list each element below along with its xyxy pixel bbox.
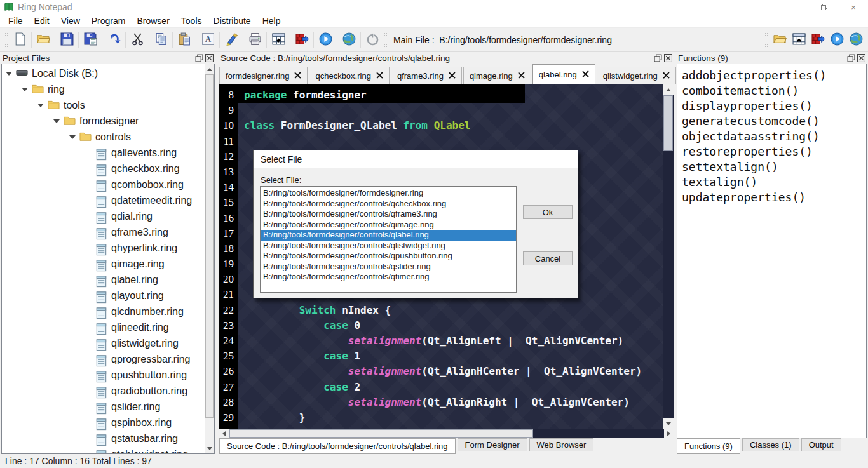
web-browser-button[interactable] [339, 30, 358, 50]
tree-item-qcheckbox-ring[interactable]: qcheckbox.ring [2, 161, 204, 177]
scroll-up-icon[interactable] [205, 64, 214, 74]
tab-close-icon[interactable] [577, 70, 589, 79]
tree-item-formdesigner[interactable]: formdesigner [2, 113, 204, 129]
editor-tab-qlistwidget-ring[interactable]: qlistwidget.ring [597, 67, 676, 84]
file-list-item[interactable]: B:/ring/tools/formdesigner/controls/qlab… [261, 230, 516, 241]
save-button[interactable] [57, 30, 76, 50]
tree-item-qdial-ring[interactable]: qdial.ring [2, 208, 204, 224]
web-browser-button[interactable] [846, 30, 865, 50]
float-panel-icon[interactable] [195, 54, 203, 62]
file-list[interactable]: B:/ring/tools/formdesigner/formdesigner.… [260, 186, 517, 293]
scroll-down-icon[interactable] [205, 443, 214, 453]
file-list-item[interactable]: B:/ring/tools/formdesigner/controls/qsli… [261, 262, 516, 272]
editor-tab-qlabel-ring[interactable]: qlabel.ring [532, 64, 595, 84]
new-file-button[interactable] [10, 30, 29, 50]
tab-close-icon[interactable] [289, 71, 301, 81]
function-list-item[interactable]: displayproperties() [682, 98, 866, 114]
tree-item-qpushbutton-ring[interactable]: qpushbutton.ring [2, 367, 204, 383]
file-list-item[interactable]: B:/ring/tools/formdesigner/controls/qpus… [261, 251, 516, 262]
tab-close-icon[interactable] [513, 71, 525, 81]
tree-item-qimage-ring[interactable]: qimage.ring [2, 256, 204, 272]
scroll-left-icon[interactable] [219, 429, 229, 438]
paste-button[interactable] [175, 30, 194, 50]
toolbar-grip[interactable] [764, 32, 768, 48]
menu-item-view[interactable]: View [55, 15, 86, 27]
tree-item-qhyperlink-ring[interactable]: qhyperlink.ring [2, 240, 204, 256]
function-list-item[interactable]: settextalign() [682, 159, 866, 175]
tree-item-qframe3-ring[interactable]: qframe3.ring [2, 224, 204, 240]
symbol-tab-3[interactable]: Output [801, 438, 841, 451]
file-list-item[interactable]: B:/ring/tools/formdesigner/controls/qche… [261, 199, 516, 210]
copy-button[interactable] [151, 30, 170, 50]
scrollbar-thumb[interactable] [663, 95, 673, 151]
run-button[interactable] [316, 30, 335, 50]
toolbar-grip[interactable] [384, 32, 388, 48]
tree-item-qslider-ring[interactable]: qslider.ring [2, 399, 204, 415]
file-list-item[interactable]: B:/ring/tools/formdesigner/controls/qima… [261, 220, 516, 231]
menu-item-tools[interactable]: Tools [175, 15, 208, 27]
menu-item-edit[interactable]: Edit [29, 15, 55, 27]
form-designer-button[interactable] [789, 30, 808, 50]
close-panel-icon[interactable] [664, 54, 672, 62]
function-list-item[interactable]: objectdataasstring() [682, 129, 866, 144]
undo-button[interactable] [104, 30, 123, 50]
tree-item-qprogressbar-ring[interactable]: qprogressbar.ring [2, 351, 204, 367]
tree-item-qtablewidget-ring[interactable]: qtablewidget.ring [2, 446, 204, 454]
minimize-button[interactable]: – [780, 0, 810, 14]
tree-item-qlayout-ring[interactable]: qlayout.ring [2, 288, 204, 304]
tree-item-local-disk-b-[interactable]: Local Disk (B:) [2, 65, 204, 81]
view-tab-1[interactable]: Source Code : B:/ring/tools/formdesigner… [219, 438, 456, 454]
cancel-button[interactable]: Cancel [523, 251, 573, 265]
scroll-right-icon[interactable] [664, 429, 674, 438]
restore-button[interactable] [810, 0, 839, 14]
file-list-item[interactable]: B:/ring/tools/formdesigner/formdesigner.… [261, 188, 516, 199]
tab-close-icon[interactable] [444, 71, 456, 81]
view-tab-3[interactable]: Web Browser [529, 438, 594, 451]
tree-item-qspinbox-ring[interactable]: qspinbox.ring [2, 415, 204, 431]
scroll-up-icon[interactable] [663, 84, 674, 95]
function-list-item[interactable]: comboitemaction() [682, 83, 866, 98]
dialog-title-bar[interactable]: Select File [254, 150, 578, 168]
tab-close-icon[interactable] [658, 71, 670, 81]
tree-item-controls[interactable]: controls [2, 129, 204, 145]
file-list-item[interactable]: B:/ring/tools/formdesigner/controls/qfra… [261, 209, 516, 220]
close-panel-icon[interactable] [857, 54, 865, 62]
print-button[interactable] [245, 30, 264, 50]
tree-item-qlabel-ring[interactable]: qlabel.ring [2, 272, 204, 288]
expand-arrow-icon[interactable] [69, 134, 76, 140]
build-button[interactable] [808, 30, 827, 50]
close-panel-icon[interactable] [205, 54, 214, 62]
open-file-button[interactable] [770, 30, 789, 50]
menu-item-distribute[interactable]: Distribute [208, 15, 257, 27]
tree-item-qradiobutton-ring[interactable]: qradiobutton.ring [2, 383, 204, 399]
menu-item-browser[interactable]: Browser [131, 15, 175, 27]
open-file-button[interactable] [34, 30, 53, 50]
font-button[interactable]: A [198, 30, 217, 50]
tree-item-qlistwidget-ring[interactable]: qlistwidget.ring [2, 335, 204, 351]
expand-arrow-icon[interactable] [37, 102, 44, 109]
editor-horizontal-scrollbar[interactable] [219, 429, 674, 438]
view-tab-2[interactable]: Form Designer [458, 438, 527, 451]
toolbar-grip[interactable] [4, 32, 8, 48]
expand-arrow-icon[interactable] [22, 86, 28, 93]
menu-item-help[interactable]: Help [257, 15, 287, 27]
editor-tab-qimage-ring[interactable]: qimage.ring [463, 67, 531, 84]
close-button[interactable]: × [839, 0, 868, 14]
menu-item-file[interactable]: File [3, 15, 29, 27]
scroll-down-icon[interactable] [663, 418, 674, 429]
form-designer-button[interactable] [269, 30, 288, 50]
expand-arrow-icon[interactable] [6, 70, 12, 77]
symbol-tab-1[interactable]: Functions (9) [677, 438, 740, 454]
save-as-button[interactable] [81, 30, 100, 50]
project-tree-scrollbar[interactable] [205, 64, 214, 453]
function-list-item[interactable]: generatecustomcode() [682, 114, 866, 129]
editor-tab-qframe3-ring[interactable]: qframe3.ring [391, 67, 462, 84]
run-button[interactable] [827, 30, 846, 50]
tree-item-qlcdnumber-ring[interactable]: qlcdnumber.ring [2, 304, 204, 319]
editor-tab-qcheckbox-ring[interactable]: qcheckbox.ring [309, 67, 389, 84]
symbol-tab-2[interactable]: Classes (1) [742, 438, 799, 451]
tab-close-icon[interactable] [371, 71, 383, 81]
file-list-item[interactable]: B:/ring/tools/formdesigner/controls/qtim… [261, 272, 516, 283]
file-list-item[interactable]: B:/ring/tools/formdesigner/controls/qlis… [261, 241, 516, 251]
scrollbar-thumb[interactable] [205, 74, 214, 418]
